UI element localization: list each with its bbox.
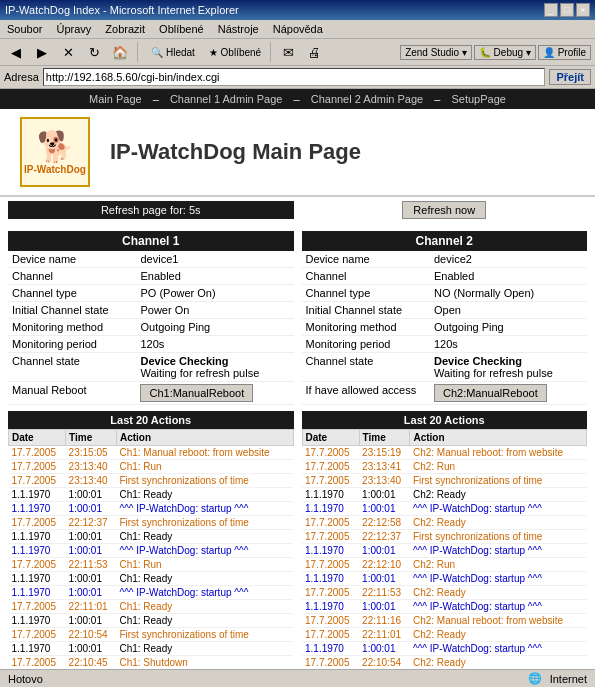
action-time: 22:10:54 <box>359 656 410 670</box>
stop-button[interactable]: ✕ <box>56 41 80 63</box>
list-item: 1.1.1970 1:00:01 ^^^ IP-WatchDog: startu… <box>302 572 587 586</box>
action-date: 1.1.1970 <box>9 642 66 656</box>
menu-nastroje[interactable]: Nástroje <box>215 22 262 36</box>
favorites-button[interactable]: ★ Oblíbené <box>205 41 265 63</box>
nav-channel2-admin[interactable]: Channel 2 Admin Page <box>311 93 424 105</box>
channel1-col: Channel 1 Device name device1 Channel En… <box>8 231 294 669</box>
refresh-bar: Refresh page for: 5s <box>8 201 294 219</box>
address-input[interactable] <box>43 68 546 86</box>
window-controls[interactable]: _ □ × <box>544 3 590 17</box>
list-item: 17.7.2005 23:15:19 Ch2: Manual reboot: f… <box>302 446 587 460</box>
action-text: Ch1: Ready <box>116 488 293 502</box>
action-time: 1:00:01 <box>66 544 117 558</box>
go-button[interactable]: Přejít <box>549 69 591 85</box>
action-date: 1.1.1970 <box>302 600 359 614</box>
menu-bar: Soubor Úpravy Zobrazit Oblíbené Nástroje… <box>0 20 595 39</box>
refresh-button[interactable]: ↻ <box>82 41 106 63</box>
list-item: 17.7.2005 22:11:53 Ch2: Ready <box>302 586 587 600</box>
ch1-manual-reboot-button[interactable]: Ch1:ManualReboot <box>140 384 253 402</box>
minimize-button[interactable]: _ <box>544 3 558 17</box>
action-time: 1:00:01 <box>359 642 410 656</box>
actions-header-row2: Date Time Action <box>302 430 587 446</box>
top-refresh-row: Refresh page for: 5s Refresh now <box>0 197 595 223</box>
dog-icon: 🐕 <box>37 129 74 164</box>
page-title: IP-WatchDog Main Page <box>110 139 361 165</box>
action-text: Ch2: Manual reboot: from website <box>410 614 587 628</box>
action-text: Ch2: Manual reboot: from website <box>410 446 587 460</box>
menu-zobrazit[interactable]: Zobrazit <box>102 22 148 36</box>
label-initial-state: Initial Channel state <box>8 302 136 319</box>
label-channel: Channel <box>8 268 136 285</box>
close-button[interactable]: × <box>576 3 590 17</box>
ch2-manual-reboot-button[interactable]: Ch2:ManualReboot <box>434 384 547 402</box>
list-item: 1.1.1970 1:00:01 Ch1: Ready <box>9 488 294 502</box>
label-channel-state: Channel state <box>8 353 136 382</box>
home-button[interactable]: 🏠 <box>108 41 132 63</box>
action-date: 1.1.1970 <box>302 642 359 656</box>
back-button[interactable]: ◀ <box>4 41 28 63</box>
list-item: 1.1.1970 1:00:01 Ch1: Ready <box>9 614 294 628</box>
channel-state-bold2: Device Checking <box>434 355 522 367</box>
action-time: 22:12:10 <box>359 558 410 572</box>
action-time: 22:12:37 <box>359 530 410 544</box>
menu-napoveda[interactable]: Nápověda <box>270 22 326 36</box>
action-date: 1.1.1970 <box>9 530 66 544</box>
table-row: Monitoring period 120s <box>8 336 294 353</box>
action-date: 17.7.2005 <box>9 656 66 670</box>
nav-sep3: – <box>434 93 440 105</box>
nav-channel1-admin[interactable]: Channel 1 Admin Page <box>170 93 283 105</box>
action-date: 1.1.1970 <box>302 572 359 586</box>
nav-setup[interactable]: SetupPage <box>451 93 505 105</box>
actions-header-row: Date Time Action <box>9 430 294 446</box>
label-monitoring-method: Monitoring method <box>8 319 136 336</box>
value-initial-state2: Open <box>430 302 587 319</box>
table-row: If have allowed access Ch2:ManualReboot <box>302 382 588 405</box>
menu-soubor[interactable]: Soubor <box>4 22 45 36</box>
value-channel-state2: Device Checking Waiting for refresh puls… <box>430 353 587 382</box>
list-item: 1.1.1970 1:00:01 ^^^ IP-WatchDog: startu… <box>302 544 587 558</box>
label-monitoring-period2: Monitoring period <box>302 336 430 353</box>
action-date: 17.7.2005 <box>302 558 359 572</box>
menu-oblibene[interactable]: Oblíbené <box>156 22 207 36</box>
logo-text: IP-WatchDog <box>24 164 86 175</box>
label-device-name: Device name <box>8 251 136 268</box>
action-date: 1.1.1970 <box>302 502 359 516</box>
value-ch2-reboot: Ch2:ManualReboot <box>430 382 587 405</box>
action-date: 17.7.2005 <box>302 614 359 628</box>
table-row: Monitoring method Outgoing Ping <box>8 319 294 336</box>
title-bar: IP-WatchDog Index - Microsoft Internet E… <box>0 0 595 20</box>
table-row: Channel type PO (Power On) <box>8 285 294 302</box>
channel1-header: Channel 1 <box>8 231 294 251</box>
page-header: 🐕 IP-WatchDog IP-WatchDog Main Page <box>0 109 595 197</box>
forward-button[interactable]: ▶ <box>30 41 54 63</box>
list-item: 17.7.2005 23:13:40 First synchronization… <box>9 474 294 488</box>
refresh-now-button[interactable]: Refresh now <box>402 201 486 219</box>
value-channel2: Enabled <box>430 268 587 285</box>
action-text: Ch1: Ready <box>116 572 293 586</box>
menu-upravy[interactable]: Úpravy <box>53 22 94 36</box>
search-button[interactable]: 🔍 Hledat <box>143 41 203 63</box>
channel1-table: Device name device1 Channel Enabled Chan… <box>8 251 294 405</box>
table-row: Monitoring period 120s <box>302 336 588 353</box>
list-item: 17.7.2005 22:10:54 First synchronization… <box>9 628 294 642</box>
action-time: 23:13:40 <box>66 474 117 488</box>
action-date: 1.1.1970 <box>9 614 66 628</box>
action-text: ^^^ IP-WatchDog: startup ^^^ <box>116 586 293 600</box>
print-button[interactable]: 🖨 <box>302 41 326 63</box>
nav-main-page[interactable]: Main Page <box>89 93 142 105</box>
action-text: First synchronizations of time <box>116 516 293 530</box>
debug-button[interactable]: 🐛 Debug ▾ <box>474 45 536 60</box>
maximize-button[interactable]: □ <box>560 3 574 17</box>
mail-button[interactable]: ✉ <box>276 41 300 63</box>
status-bar: Hotovo 🌐 Internet <box>0 669 595 687</box>
action-text: Ch2: Run <box>410 558 587 572</box>
action-text: Ch1: Shutdown <box>116 656 293 670</box>
profile-button[interactable]: 👤 Profile <box>538 45 591 60</box>
table-row: Channel state Device Checking Waiting fo… <box>302 353 588 382</box>
nav-bar: Main Page – Channel 1 Admin Page – Chann… <box>0 89 595 109</box>
action-text: Ch1: Ready <box>116 600 293 614</box>
action-text: Ch1: Manual reboot: from website <box>116 446 293 460</box>
list-item: 17.7.2005 22:11:01 Ch1: Ready <box>9 600 294 614</box>
zend-studio-button[interactable]: Zend Studio ▾ <box>400 45 472 60</box>
action-time: 1:00:01 <box>359 572 410 586</box>
